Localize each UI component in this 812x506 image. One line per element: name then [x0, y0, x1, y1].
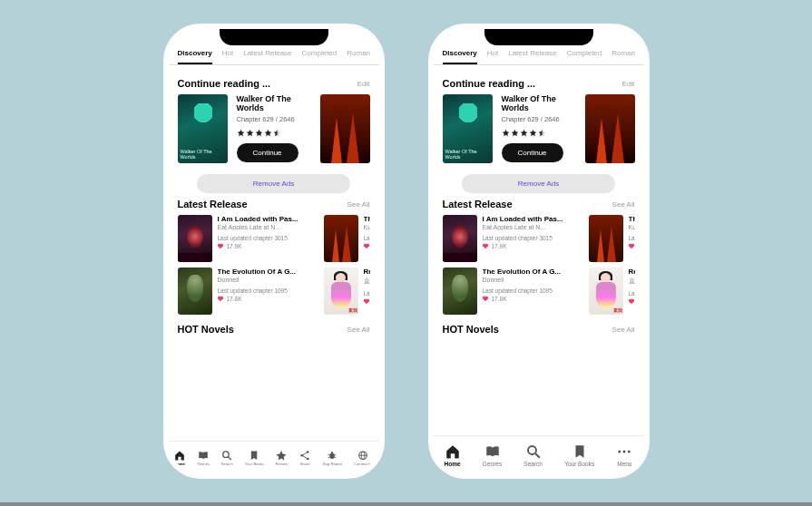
book-title: Th [629, 215, 635, 223]
book-title: Re [629, 268, 635, 276]
remove-ads-button[interactable]: Remove Ads [197, 174, 351, 193]
content-area: Continue reading ... Edit Walker Of The … [169, 65, 379, 441]
tab-discovery[interactable]: Discovery [443, 49, 477, 64]
book-likes: 17.9K [218, 243, 318, 249]
tab-completed[interactable]: Completed [302, 49, 338, 64]
book-author: Ku [629, 224, 635, 230]
continue-reading-header: Continue reading ... Edit [443, 78, 635, 89]
nav-your-books[interactable]: Your Books [245, 449, 264, 465]
edit-link[interactable]: Edit [357, 80, 370, 88]
nav-genres[interactable]: Genres [483, 443, 502, 467]
content-area: Continue reading ... Edit Walker Of The … [434, 65, 644, 435]
star-icon [529, 129, 537, 137]
continue-button[interactable]: Continue [237, 143, 298, 162]
book-meta: La [364, 290, 370, 297]
nav-bug-report[interactable]: Bug Reprot [323, 449, 342, 465]
latest-release-grid: I Am Loaded with Pas... Eat Apples Late … [443, 215, 635, 315]
tab-latest-release[interactable]: Latest Release [508, 49, 556, 64]
chapter-progress: Chapter 629 / 2646 [237, 115, 311, 123]
star-icon [237, 129, 245, 137]
nav-menu[interactable]: Menu [616, 443, 632, 467]
tab-completed[interactable]: Completed [567, 49, 602, 64]
list-item[interactable]: 素我 Re 直 La [324, 268, 370, 315]
heart-icon [483, 296, 489, 302]
latest-release-grid: I Am Loaded with Pas... Eat Apples Late … [178, 215, 370, 315]
see-all-link[interactable]: See All [612, 326, 635, 334]
star-icon [276, 449, 288, 461]
nav-home[interactable]: Home [445, 443, 461, 467]
bookmark-icon [249, 449, 260, 461]
see-all-link[interactable]: See All [347, 200, 370, 209]
book-meta: La [629, 290, 635, 297]
list-item[interactable]: The Evolution Of A G... Donnell Last upd… [443, 268, 583, 315]
list-item[interactable]: Th Ku La [589, 215, 635, 262]
list-item[interactable]: I Am Loaded with Pas... Eat Apples Late … [178, 215, 318, 262]
book-author: Eat Apples Late at N... [483, 224, 583, 230]
book-meta: La [364, 235, 370, 241]
bottom-nav-small: Home Genres Search Your Books Review Sha… [169, 441, 379, 473]
nav-home[interactable]: Home [174, 449, 186, 465]
svg-point-21 [623, 450, 626, 452]
nav-your-books[interactable]: Your Books [564, 443, 594, 467]
tab-hot[interactable]: Hot [487, 49, 498, 64]
book-cover-current[interactable] [443, 94, 493, 163]
nav-community[interactable]: Community [354, 449, 373, 465]
globe-icon [357, 449, 369, 461]
hot-novels-title: HOT Novels [178, 324, 234, 335]
latest-release-title: Latest Release [178, 199, 248, 209]
book-cover-current[interactable] [178, 94, 228, 163]
book-author: 直 [364, 277, 370, 286]
list-item[interactable]: The Evolution Of A G... Donnell Last upd… [178, 268, 318, 315]
svg-point-15 [361, 451, 365, 459]
book-meta: Last updated chapter 1095 [483, 287, 583, 294]
book-cover-next[interactable] [320, 94, 370, 163]
book-title: Walker Of The Worlds [237, 94, 311, 112]
svg-point-22 [628, 450, 631, 452]
nav-share[interactable]: Share [299, 449, 311, 465]
continue-button[interactable]: Continue [502, 143, 563, 162]
tab-latest-release[interactable]: Latest Release [243, 49, 291, 64]
book-cover-thumb: 素我 [324, 268, 358, 315]
remove-ads-button[interactable]: Remove Ads [462, 174, 616, 193]
svg-line-9 [328, 454, 330, 455]
phone-mockup-left: Discovery Hot Latest Release Completed R… [169, 29, 379, 473]
search-icon [525, 443, 542, 460]
book-author: Eat Apples Late at N... [218, 224, 318, 230]
latest-release-title: Latest Release [443, 199, 513, 209]
list-item[interactable]: Th Ku La [324, 215, 370, 262]
home-icon [174, 449, 186, 461]
nav-search[interactable]: Search [523, 443, 543, 467]
heart-icon [218, 296, 224, 302]
book-meta: Last updated chapter 1095 [218, 287, 318, 294]
tab-romance[interactable]: Roman [611, 49, 635, 64]
book-meta: Last updated chapter 3015 [483, 235, 583, 241]
nav-search[interactable]: Search [221, 449, 233, 465]
continue-reading-row: Walker Of The Worlds Chapter 629 / 2646 … [178, 94, 370, 163]
svg-line-2 [229, 456, 231, 459]
svg-line-11 [328, 456, 330, 457]
rating-stars [502, 129, 576, 137]
see-all-link[interactable]: See All [347, 326, 370, 334]
book-cover-next[interactable] [585, 94, 635, 163]
nav-genres[interactable]: Genres [197, 449, 210, 465]
book-cover-thumb [443, 215, 477, 262]
see-all-link[interactable]: See All [612, 200, 635, 209]
nav-review[interactable]: Review [276, 449, 289, 465]
book-likes [364, 243, 370, 249]
star-half-icon [273, 129, 281, 137]
tab-hot[interactable]: Hot [222, 49, 233, 64]
list-item[interactable]: 素我 Re 直 La [589, 268, 635, 315]
tab-discovery[interactable]: Discovery [178, 49, 212, 64]
book-cover-thumb [178, 268, 212, 315]
book-author: Donnell [218, 277, 318, 283]
book-author: Donnell [483, 277, 583, 283]
book-open-icon [198, 449, 210, 461]
edit-link[interactable]: Edit [622, 80, 635, 88]
bug-icon [327, 449, 338, 461]
star-half-icon [538, 129, 546, 137]
book-meta: La [629, 235, 635, 241]
list-item[interactable]: I Am Loaded with Pas... Eat Apples Late … [443, 215, 583, 262]
bookmark-icon [572, 443, 588, 460]
svg-point-4 [307, 451, 309, 453]
tab-romance[interactable]: Roman [347, 49, 370, 64]
